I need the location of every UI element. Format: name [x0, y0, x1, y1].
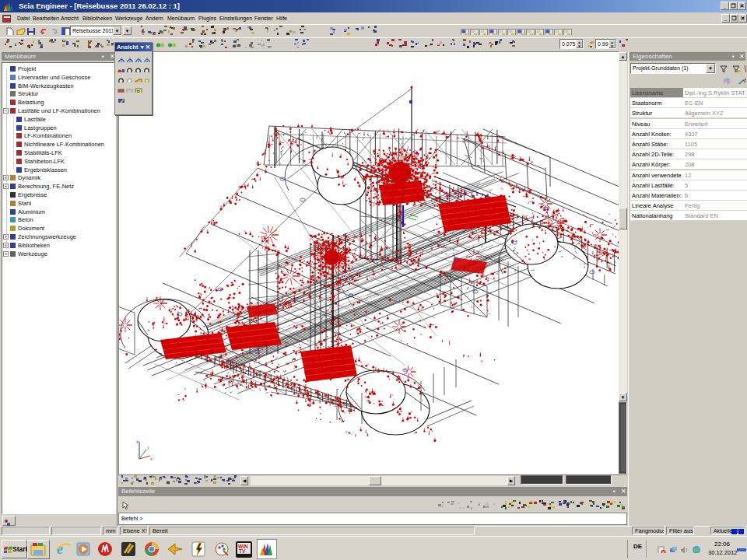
svg-text:y: y: [147, 445, 149, 450]
svg-text:TV: TV: [239, 548, 246, 554]
svg-text:x: x: [150, 457, 153, 461]
svg-text:z: z: [136, 439, 139, 444]
svg-text:B: B: [137, 89, 141, 93]
